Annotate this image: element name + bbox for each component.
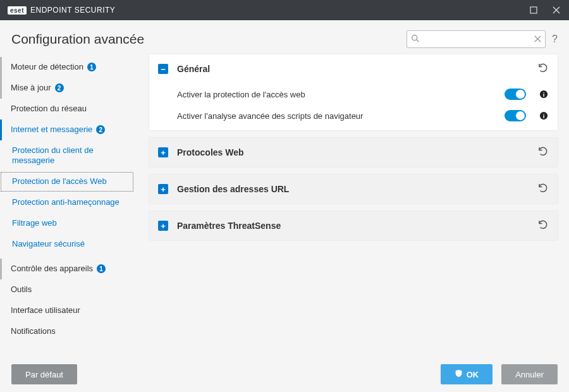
sidebar-item-label: Protection anti-hameçonnage: [12, 197, 119, 208]
panel-header-protocols[interactable]: + Protocoles Web: [149, 138, 558, 167]
panel-header-general[interactable]: − Général: [149, 54, 558, 83]
sidebar-item-label: Moteur de détection: [11, 62, 83, 73]
help-button[interactable]: ?: [552, 34, 558, 45]
svg-text:i: i: [543, 113, 545, 119]
setting-web-protection: Activer la protection de l'accès web i: [149, 83, 558, 105]
sidebar-item-tools[interactable]: Outils: [0, 279, 134, 300]
sidebar-sub-antiphishing[interactable]: Protection anti-hameçonnage: [0, 192, 134, 213]
undo-icon[interactable]: [537, 182, 549, 196]
expand-icon: +: [158, 147, 168, 157]
sidebar: Moteur de détection 1 Mise à jour 2 Prot…: [0, 54, 134, 357]
sidebar-item-label: Outils: [11, 285, 32, 295]
info-icon[interactable]: i: [539, 89, 549, 99]
panel-header-url[interactable]: + Gestion des adresses URL: [149, 175, 558, 204]
ok-label: OK: [467, 370, 479, 379]
sidebar-item-label: Protection du client de messagerie: [12, 145, 128, 167]
default-button[interactable]: Par défaut: [11, 364, 77, 384]
sidebar-item-update[interactable]: Mise à jour 2: [0, 78, 134, 99]
panel-header-threatsense[interactable]: + Paramètres ThreatSense: [149, 211, 558, 240]
search-box[interactable]: [407, 30, 546, 48]
sidebar-item-detection[interactable]: Moteur de détection 1: [0, 57, 134, 78]
sidebar-badge: 1: [97, 264, 106, 273]
svg-rect-0: [530, 7, 537, 13]
sidebar-sub-webfilter[interactable]: Filtrage web: [0, 213, 134, 234]
sidebar-item-label: Contrôle des appareils: [11, 264, 93, 274]
sidebar-item-label: Protection de l'accès Web: [12, 176, 107, 187]
sidebar-item-label: Mise à jour: [11, 83, 51, 94]
setting-script-scan: Activer l'analyse avancée des scripts de…: [149, 105, 558, 130]
svg-point-1: [412, 35, 417, 40]
window-close-button[interactable]: [551, 5, 561, 15]
sidebar-item-notifications[interactable]: Notifications: [0, 321, 134, 342]
panel-url-management: + Gestion des adresses URL: [149, 175, 558, 204]
undo-icon[interactable]: [537, 62, 549, 76]
sidebar-item-network[interactable]: Protection du réseau: [0, 99, 134, 119]
sidebar-item-label: Internet et messagerie: [11, 125, 92, 135]
clear-search-icon[interactable]: [534, 34, 541, 45]
toggle-script-scan[interactable]: [505, 110, 526, 121]
brand-tag: eset: [8, 6, 27, 15]
page-title: Configuration avancée: [11, 32, 144, 47]
setting-label: Activer l'analyse avancée des scripts de…: [177, 111, 363, 121]
sidebar-item-label: Navigateur sécurisé: [12, 239, 85, 250]
window-maximize-button[interactable]: [529, 5, 539, 15]
undo-icon[interactable]: [537, 219, 549, 233]
sidebar-badge: 2: [55, 83, 64, 92]
undo-icon[interactable]: [537, 145, 549, 159]
sidebar-sub-webaccess[interactable]: Protection de l'accès Web: [0, 171, 134, 192]
sidebar-item-devices[interactable]: Contrôle des appareils 1: [0, 259, 134, 279]
collapse-icon: −: [158, 64, 168, 74]
svg-text:i: i: [543, 91, 545, 98]
toggle-web-protection[interactable]: [505, 89, 526, 100]
brand-text: ENDPOINT SECURITY: [30, 6, 115, 15]
search-icon: [411, 34, 419, 45]
sidebar-item-label: Notifications: [11, 326, 56, 337]
sidebar-item-label: Protection du réseau: [11, 104, 87, 114]
sidebar-badge: 1: [87, 63, 96, 71]
shield-icon: [455, 369, 463, 379]
title-bar: eset ENDPOINT SECURITY: [0, 0, 569, 20]
cancel-button[interactable]: Annuler: [501, 364, 558, 384]
footer: Par défaut OK Annuler: [0, 357, 569, 392]
search-input[interactable]: [419, 35, 534, 44]
expand-icon: +: [158, 184, 168, 194]
sidebar-item-ui[interactable]: Interface utilisateur: [0, 300, 134, 321]
content-area: − Général Activer la protection de l'acc…: [134, 54, 569, 357]
info-icon[interactable]: i: [539, 111, 549, 121]
sidebar-item-label: Filtrage web: [12, 218, 57, 229]
panel-protocols: + Protocoles Web: [149, 138, 558, 167]
panel-general: − Général Activer la protection de l'acc…: [149, 54, 558, 130]
brand: eset ENDPOINT SECURITY: [8, 6, 115, 15]
sidebar-badge: 2: [96, 125, 105, 134]
panel-threatsense: + Paramètres ThreatSense: [149, 211, 558, 240]
panel-title: Général: [177, 64, 210, 74]
sidebar-sub-securebrowser[interactable]: Navigateur sécurisé: [0, 234, 134, 255]
panel-title: Paramètres ThreatSense: [177, 221, 281, 231]
panel-title: Gestion des adresses URL: [177, 184, 289, 194]
sidebar-item-internet[interactable]: Internet et messagerie 2: [0, 119, 134, 140]
header-row: Configuration avancée ?: [0, 20, 569, 54]
panel-title: Protocoles Web: [177, 147, 244, 157]
setting-label: Activer la protection de l'accès web: [177, 90, 305, 99]
sidebar-sub-mail[interactable]: Protection du client de messagerie: [0, 140, 134, 172]
expand-icon: +: [158, 221, 168, 231]
sidebar-item-label: Interface utilisateur: [11, 305, 80, 316]
ok-button[interactable]: OK: [441, 364, 493, 384]
